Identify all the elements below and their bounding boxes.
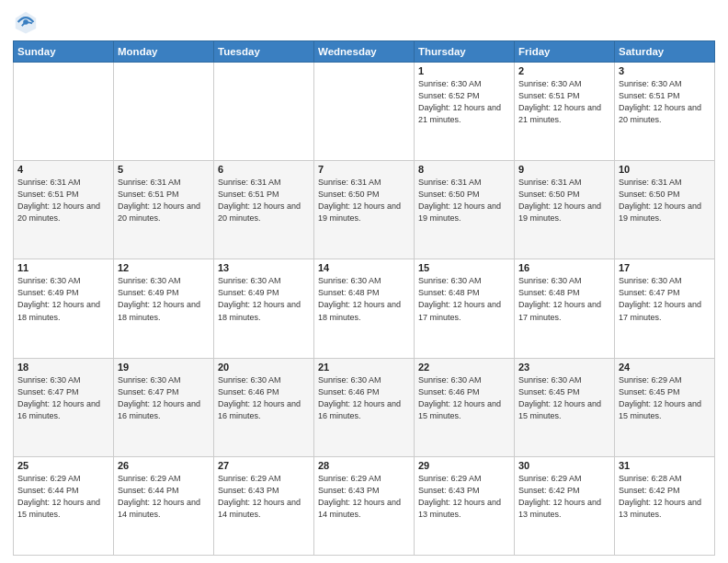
calendar-cell: 5Sunrise: 6:31 AM Sunset: 6:51 PM Daylig… [114,161,214,259]
day-info: Sunrise: 6:31 AM Sunset: 6:51 PM Dayligh… [218,177,310,224]
generalblue-logo-icon [13,9,39,35]
day-info: Sunrise: 6:30 AM Sunset: 6:47 PM Dayligh… [17,374,109,422]
calendar-cell [314,63,415,161]
calendar-row: 25Sunrise: 6:29 AM Sunset: 6:44 PM Dayli… [14,456,715,555]
calendar-cell: 3Sunrise: 6:30 AM Sunset: 6:51 PM Daylig… [615,63,715,161]
day-number: 15 [418,262,510,273]
calendar-cell: 29Sunrise: 6:29 AM Sunset: 6:43 PM Dayli… [415,456,515,555]
calendar-cell: 27Sunrise: 6:29 AM Sunset: 6:43 PM Dayli… [214,456,314,555]
day-info: Sunrise: 6:30 AM Sunset: 6:45 PM Dayligh… [518,374,610,422]
day-info: Sunrise: 6:30 AM Sunset: 6:49 PM Dayligh… [17,275,109,323]
day-info: Sunrise: 6:30 AM Sunset: 6:46 PM Dayligh… [418,374,510,422]
calendar-cell: 19Sunrise: 6:30 AM Sunset: 6:47 PM Dayli… [114,358,214,456]
calendar-cell: 6Sunrise: 6:31 AM Sunset: 6:51 PM Daylig… [214,161,314,259]
calendar-row: 11Sunrise: 6:30 AM Sunset: 6:49 PM Dayli… [14,259,715,358]
calendar-row: 18Sunrise: 6:30 AM Sunset: 6:47 PM Dayli… [14,358,715,456]
calendar-cell: 1Sunrise: 6:30 AM Sunset: 6:52 PM Daylig… [415,63,515,161]
day-number: 19 [118,362,210,373]
day-number: 1 [418,65,510,76]
day-number: 14 [318,262,410,273]
day-info: Sunrise: 6:31 AM Sunset: 6:51 PM Dayligh… [118,177,210,224]
day-number: 26 [118,460,210,471]
day-info: Sunrise: 6:29 AM Sunset: 6:45 PM Dayligh… [619,374,711,422]
day-number: 30 [518,460,610,471]
day-info: Sunrise: 6:30 AM Sunset: 6:51 PM Dayligh… [518,78,610,126]
day-number: 27 [218,460,310,471]
day-info: Sunrise: 6:31 AM Sunset: 6:50 PM Dayligh… [418,177,510,224]
col-header-monday: Monday [114,41,214,63]
day-number: 10 [619,164,711,175]
calendar-cell: 21Sunrise: 6:30 AM Sunset: 6:46 PM Dayli… [314,358,415,456]
day-info: Sunrise: 6:30 AM Sunset: 6:46 PM Dayligh… [318,374,410,422]
calendar-cell: 22Sunrise: 6:30 AM Sunset: 6:46 PM Dayli… [415,358,515,456]
day-number: 5 [118,164,210,175]
day-info: Sunrise: 6:29 AM Sunset: 6:44 PM Dayligh… [17,473,109,521]
day-number: 17 [619,262,711,273]
calendar-cell: 25Sunrise: 6:29 AM Sunset: 6:44 PM Dayli… [14,456,114,555]
calendar-cell: 4Sunrise: 6:31 AM Sunset: 6:51 PM Daylig… [14,161,114,259]
col-header-sunday: Sunday [14,41,114,63]
day-number: 21 [318,362,410,373]
calendar-cell: 31Sunrise: 6:28 AM Sunset: 6:42 PM Dayli… [615,456,715,555]
calendar-cell: 15Sunrise: 6:30 AM Sunset: 6:48 PM Dayli… [415,259,515,358]
day-info: Sunrise: 6:30 AM Sunset: 6:48 PM Dayligh… [318,275,410,323]
calendar-cell: 17Sunrise: 6:30 AM Sunset: 6:47 PM Dayli… [615,259,715,358]
day-number: 9 [518,164,610,175]
day-info: Sunrise: 6:30 AM Sunset: 6:52 PM Dayligh… [418,78,510,126]
day-number: 25 [17,460,109,471]
col-header-tuesday: Tuesday [214,41,314,63]
day-info: Sunrise: 6:29 AM Sunset: 6:43 PM Dayligh… [418,473,510,521]
day-info: Sunrise: 6:31 AM Sunset: 6:50 PM Dayligh… [318,177,410,224]
col-header-thursday: Thursday [415,41,515,63]
day-info: Sunrise: 6:29 AM Sunset: 6:43 PM Dayligh… [218,473,310,521]
day-info: Sunrise: 6:31 AM Sunset: 6:50 PM Dayligh… [518,177,610,224]
calendar-table: SundayMondayTuesdayWednesdayThursdayFrid… [13,40,715,556]
calendar-cell: 8Sunrise: 6:31 AM Sunset: 6:50 PM Daylig… [415,161,515,259]
calendar-cell [114,63,214,161]
day-number: 24 [619,362,711,373]
day-info: Sunrise: 6:31 AM Sunset: 6:50 PM Dayligh… [619,177,711,224]
day-info: Sunrise: 6:30 AM Sunset: 6:46 PM Dayligh… [218,374,310,422]
calendar-cell: 24Sunrise: 6:29 AM Sunset: 6:45 PM Dayli… [615,358,715,456]
col-header-saturday: Saturday [615,41,715,63]
calendar-cell: 9Sunrise: 6:31 AM Sunset: 6:50 PM Daylig… [515,161,615,259]
day-number: 6 [218,164,310,175]
day-number: 18 [17,362,109,373]
col-header-friday: Friday [515,41,615,63]
calendar-cell: 7Sunrise: 6:31 AM Sunset: 6:50 PM Daylig… [314,161,415,259]
day-number: 3 [619,65,711,76]
calendar-cell: 18Sunrise: 6:30 AM Sunset: 6:47 PM Dayli… [14,358,114,456]
calendar-cell: 23Sunrise: 6:30 AM Sunset: 6:45 PM Dayli… [515,358,615,456]
day-info: Sunrise: 6:30 AM Sunset: 6:47 PM Dayligh… [619,275,711,323]
day-number: 31 [619,460,711,471]
day-info: Sunrise: 6:30 AM Sunset: 6:49 PM Dayligh… [118,275,210,323]
day-number: 29 [418,460,510,471]
calendar-cell: 16Sunrise: 6:30 AM Sunset: 6:48 PM Dayli… [515,259,615,358]
day-number: 23 [518,362,610,373]
page: SundayMondayTuesdayWednesdayThursdayFrid… [0,0,728,563]
day-info: Sunrise: 6:29 AM Sunset: 6:43 PM Dayligh… [318,473,410,521]
calendar-cell: 30Sunrise: 6:29 AM Sunset: 6:42 PM Dayli… [515,456,615,555]
logo [13,9,42,35]
calendar-cell: 2Sunrise: 6:30 AM Sunset: 6:51 PM Daylig… [515,63,615,161]
header [13,9,715,35]
day-number: 22 [418,362,510,373]
calendar-cell: 10Sunrise: 6:31 AM Sunset: 6:50 PM Dayli… [615,161,715,259]
calendar-cell [14,63,114,161]
day-number: 13 [218,262,310,273]
day-number: 28 [318,460,410,471]
day-info: Sunrise: 6:30 AM Sunset: 6:48 PM Dayligh… [518,275,610,323]
day-number: 16 [518,262,610,273]
calendar-row: 1Sunrise: 6:30 AM Sunset: 6:52 PM Daylig… [14,63,715,161]
day-info: Sunrise: 6:31 AM Sunset: 6:51 PM Dayligh… [17,177,109,224]
calendar-cell: 11Sunrise: 6:30 AM Sunset: 6:49 PM Dayli… [14,259,114,358]
calendar-cell: 13Sunrise: 6:30 AM Sunset: 6:49 PM Dayli… [214,259,314,358]
day-info: Sunrise: 6:30 AM Sunset: 6:47 PM Dayligh… [118,374,210,422]
day-number: 2 [518,65,610,76]
day-info: Sunrise: 6:30 AM Sunset: 6:48 PM Dayligh… [418,275,510,323]
calendar-cell: 20Sunrise: 6:30 AM Sunset: 6:46 PM Dayli… [214,358,314,456]
day-number: 20 [218,362,310,373]
day-info: Sunrise: 6:29 AM Sunset: 6:44 PM Dayligh… [118,473,210,521]
day-info: Sunrise: 6:30 AM Sunset: 6:51 PM Dayligh… [619,78,711,126]
day-number: 11 [17,262,109,273]
